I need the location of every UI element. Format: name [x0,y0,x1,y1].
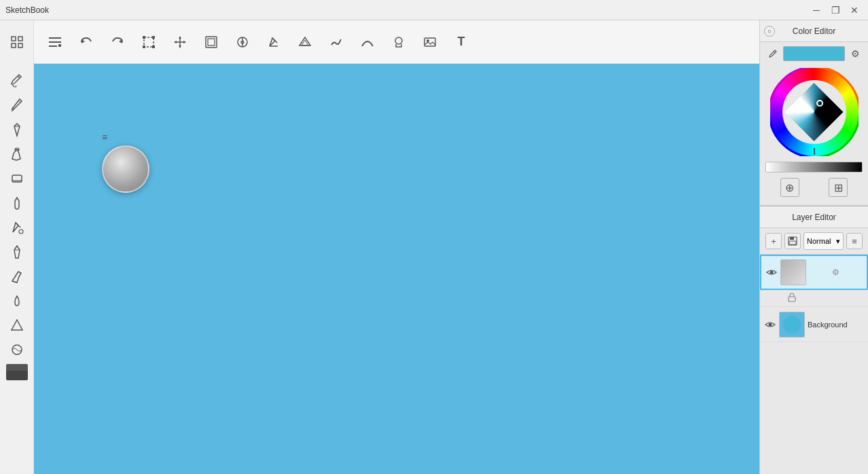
restore-button[interactable]: ❐ [827,2,844,18]
marker-tool-button[interactable] [5,118,29,141]
grayscale-bar[interactable] [765,162,863,172]
svg-rect-22 [208,39,215,45]
layer-1-lock-icon [786,291,798,304]
svg-marker-17 [179,36,181,39]
svg-rect-11 [143,36,145,39]
color-settings-button[interactable]: ⚙ [848,46,863,61]
shape-icon [10,318,24,333]
dark-layer2-button[interactable] [6,371,28,380]
svg-rect-7 [58,44,61,47]
redo-button[interactable] [105,29,130,55]
brush-tool-button[interactable] [5,69,29,92]
svg-marker-20 [183,41,186,43]
color-preview-bar[interactable] [783,46,845,61]
layer-1-visibility[interactable] [765,266,778,278]
add-layer-icon: + [771,236,776,247]
main-toolbar: T [34,20,786,64]
pen-icon [10,244,24,259]
airbrush-tool-button[interactable] [5,143,29,166]
app-title: SketchBook [5,5,808,15]
move-icon [173,35,187,49]
save-layer-button[interactable] [784,233,801,249]
blend-tool-button[interactable] [5,338,29,361]
layer-item-background[interactable]: Background [760,307,868,342]
background-circle [783,316,801,333]
curve-icon [361,35,374,49]
background-layer-name: Background [808,321,864,329]
undo-button[interactable] [73,29,99,55]
left-tool-panel [0,64,34,474]
add-layer-button[interactable]: + [765,233,782,249]
svg-rect-51 [790,237,794,240]
grid-swatch-button[interactable]: ⊞ [829,178,848,197]
layer-item-1[interactable]: ⚙ [760,255,868,290]
eye-icon-bg [765,321,776,329]
minimize-button[interactable]: ─ [808,2,825,18]
text-button[interactable]: T [448,29,474,55]
add-swatch-button[interactable]: ⊕ [780,178,799,197]
svg-line-35 [18,76,20,78]
svg-line-42 [16,223,20,227]
curve-button[interactable] [355,29,380,55]
calligraphy-tool-button[interactable] [5,265,29,288]
redo-icon [111,35,124,49]
menu-button[interactable] [42,29,68,55]
perspective-button[interactable] [292,29,318,55]
color-wheel-wrapper[interactable] [770,68,858,156]
menu-icon [48,36,62,48]
fill-tool-button[interactable] [5,216,29,239]
layer-transform-button[interactable] [198,29,224,55]
brush-menu-icon[interactable]: ≡ [102,132,107,143]
save-layer-icon [788,236,797,246]
canvas-area[interactable]: ≡ [34,64,759,474]
wheel-bottom-indicator [814,148,815,155]
background-visibility[interactable] [764,318,776,331]
svg-rect-2 [12,43,16,48]
svg-rect-54 [789,297,795,302]
window-controls: ─ ❐ ✕ [808,2,863,18]
svg-rect-6 [49,45,57,47]
blend-mode-select[interactable]: Normal ▾ [803,232,844,250]
symmetry-icon [236,35,249,49]
svg-point-43 [19,230,23,234]
import-image-button[interactable] [417,29,443,55]
shape-tool-button[interactable] [5,314,29,337]
symmetry-button[interactable] [230,29,255,55]
select-button[interactable] [136,29,162,55]
svg-point-28 [395,37,402,44]
calligraphy-icon [10,269,24,284]
color-editor-close-button[interactable]: ○ [764,26,775,37]
undo-icon [79,35,93,49]
eraser-tool-button[interactable] [5,167,29,190]
color-picker-dot [816,100,823,107]
liquify-button[interactable] [323,29,349,55]
airbrush-icon [10,147,24,162]
color-swatches-row: ⊕ ⊞ [760,175,868,200]
smudge-tool-button[interactable] [5,192,29,215]
move-button[interactable] [167,29,193,55]
background-thumbnail [779,312,805,338]
color-editor-panel: ○ Color Editor ⚙ [760,20,868,206]
pencil-tool-button[interactable] [5,94,29,117]
left-panel-top [0,20,34,64]
eye-icon [766,268,777,276]
svg-rect-14 [152,45,155,48]
svg-rect-0 [12,37,16,41]
layer-options-button[interactable]: ≡ [846,233,863,249]
grid-toggle-button[interactable] [5,31,29,54]
fill-icon [10,220,24,235]
pen-tool-button[interactable] [5,240,29,263]
eyedropper-button[interactable] [765,46,780,61]
blend-icon [10,342,24,357]
brush-size-circle [102,145,149,193]
title-bar: SketchBook ─ ❐ ✕ [0,0,868,20]
close-button[interactable]: ✕ [846,2,863,18]
paint-bucket-button[interactable] [261,29,287,55]
layer-1-settings-button[interactable]: ⚙ [829,266,843,279]
color-editor-top: ⚙ [760,42,868,65]
stamp-button[interactable] [386,29,412,55]
layer-editor-panel: Layer Editor + Normal ▾ ≡ [760,206,868,474]
watercolor-tool-button[interactable] [5,289,29,312]
import-image-icon [423,35,437,49]
color-editor-title: Color Editor [793,26,835,36]
